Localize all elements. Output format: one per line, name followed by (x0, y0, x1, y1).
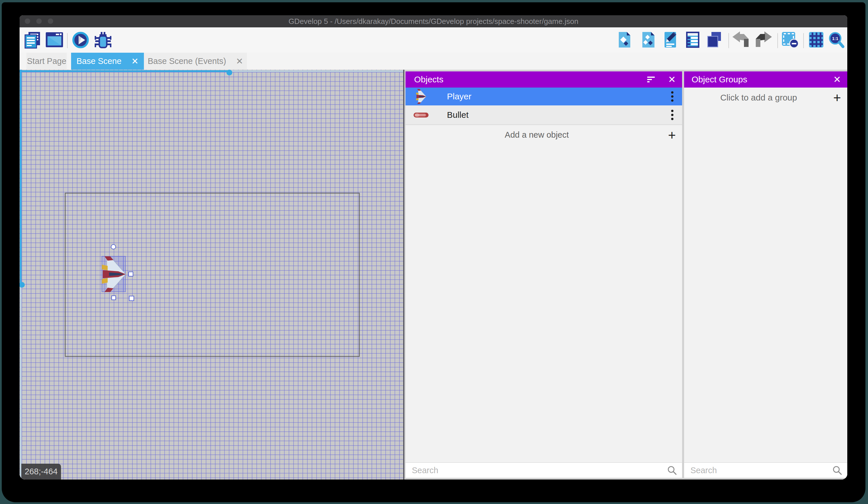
add-object-plus-icon[interactable]: + (668, 129, 676, 142)
gdevelop-window: GDevelop 5 - /Users/dkarakay/Documents/G… (20, 15, 847, 480)
tab-label: Start Page (27, 57, 66, 66)
object-label: Player (447, 92, 472, 101)
object-row-player[interactable]: Player (405, 88, 682, 105)
toolbar-divider (803, 33, 804, 48)
window-title: GDevelop 5 - /Users/dkarakay/Documents/G… (20, 15, 847, 27)
main-toolbar: 1:1 (20, 27, 847, 53)
editor-tab-bar: Start Page Base Scene ✕ Base Scene (Even… (20, 53, 847, 70)
object-menu-icon[interactable] (666, 90, 678, 102)
vertical-scrollbar[interactable] (20, 70, 22, 284)
objects-panel-title: Objects (414, 74, 444, 84)
toolbar-divider (777, 33, 778, 48)
search-icon[interactable] (832, 465, 842, 475)
object-groups-panel: Object Groups ✕ Click to add a group + (684, 71, 847, 478)
toolbar-divider (67, 33, 68, 48)
vertical-scrollbar-thumb[interactable] (20, 282, 25, 288)
add-object-row[interactable]: Add a new object + (405, 125, 682, 145)
close-panel-icon[interactable]: ✕ (668, 75, 676, 84)
resize-handle-bottom[interactable] (111, 295, 116, 300)
add-group-row[interactable]: Click to add a group + (684, 88, 847, 108)
object-groups-panel-body (684, 108, 847, 462)
instances-list-icon[interactable] (685, 31, 700, 49)
tab-base-scene-events[interactable]: Base Scene (Events) ✕ (144, 53, 247, 70)
rotate-handle[interactable] (111, 244, 116, 249)
cursor-coordinates-badge: 268;-464 (21, 464, 61, 480)
redo-icon[interactable] (755, 31, 772, 49)
objects-panel-body (405, 145, 682, 462)
object-groups-editor-icon[interactable] (641, 31, 655, 49)
add-group-plus-icon[interactable]: + (833, 91, 841, 104)
play-icon[interactable] (72, 31, 89, 50)
layers-icon[interactable] (706, 31, 722, 49)
zoom-1-1-icon[interactable]: 1:1 (828, 31, 845, 50)
close-panel-icon[interactable]: ✕ (833, 75, 841, 84)
tab-base-scene[interactable]: Base Scene ✕ (71, 53, 144, 70)
groups-search-input[interactable] (684, 466, 832, 475)
objects-editor-icon[interactable] (618, 31, 631, 49)
bullet-thumbnail (413, 113, 429, 118)
editor-content: 268;-464 Objects ✕ Player (20, 70, 847, 480)
close-tab-icon[interactable]: ✕ (131, 56, 138, 66)
debug-icon[interactable] (93, 31, 111, 50)
objects-search-input[interactable] (405, 466, 667, 475)
objects-search-bar (405, 462, 682, 478)
grid-icon[interactable] (808, 31, 825, 49)
project-manager-icon[interactable] (24, 31, 41, 50)
toolbar-divider (728, 33, 729, 48)
objects-panel-header: Objects ✕ (405, 71, 682, 88)
player-instance[interactable] (102, 256, 126, 292)
resize-handle-bottom-right[interactable] (129, 296, 134, 301)
search-icon[interactable] (667, 465, 677, 475)
add-object-label: Add a new object (405, 130, 668, 140)
tab-start-page[interactable]: Start Page (27, 53, 67, 70)
tab-label: Base Scene (76, 57, 122, 66)
close-tab-icon[interactable]: ✕ (236, 56, 243, 66)
resize-handle-right[interactable] (128, 272, 133, 276)
horizontal-scrollbar-thumb[interactable] (227, 70, 232, 75)
add-group-label: Click to add a group (684, 93, 833, 102)
properties-icon[interactable] (663, 31, 678, 49)
object-menu-icon[interactable] (666, 109, 678, 121)
scene-editor-icon[interactable] (45, 31, 63, 49)
object-groups-panel-header: Object Groups ✕ (684, 71, 847, 88)
groups-search-bar (684, 462, 847, 478)
filter-icon[interactable] (647, 76, 655, 83)
object-row-bullet[interactable]: Bullet (405, 105, 682, 125)
object-label: Bullet (447, 110, 468, 120)
scene-canvas[interactable]: 268;-464 (20, 70, 404, 480)
objects-panel: Objects ✕ Player (405, 71, 682, 478)
horizontal-scrollbar[interactable] (20, 70, 230, 72)
render-window-mask-icon[interactable] (782, 31, 799, 50)
undo-icon[interactable] (732, 31, 749, 49)
object-groups-panel-title: Object Groups (692, 74, 747, 84)
player-ship-thumbnail (413, 89, 429, 104)
tab-label: Base Scene (Events) (148, 57, 226, 66)
svg-text:1:1: 1:1 (832, 36, 838, 41)
title-bar: GDevelop 5 - /Users/dkarakay/Documents/G… (20, 15, 847, 27)
